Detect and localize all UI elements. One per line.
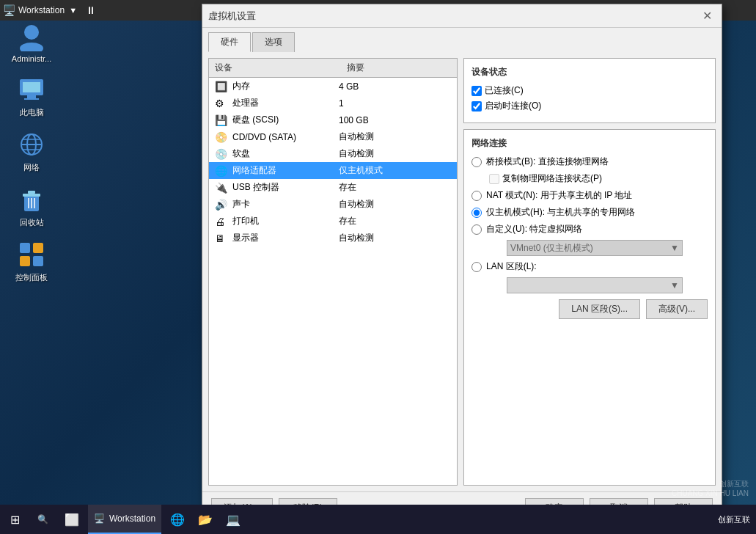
taskbar-right: 创新互联 xyxy=(712,514,756,525)
tab-hardware[interactable]: 硬件 xyxy=(208,32,251,52)
hdd-icon: 💾 xyxy=(215,114,230,126)
memory-summary: 4 GB xyxy=(339,81,451,92)
device-item-cddvd[interactable]: 📀 CD/DVD (SATA) 自动检测 xyxy=(209,128,457,145)
network-adapter-summary: 仅主机模式 xyxy=(339,164,451,177)
svg-rect-3 xyxy=(23,82,40,92)
desktop-icon-network[interactable]: 网络 xyxy=(6,130,57,173)
start-button[interactable]: ⊞ xyxy=(0,505,29,534)
device-item-floppy[interactable]: 💿 软盘 自动检测 xyxy=(209,145,457,162)
taskbar-time: 创新互联 xyxy=(718,514,750,525)
display-icon: 🖥 xyxy=(215,233,230,244)
sound-summary: 自动检测 xyxy=(339,198,451,211)
device-item-display[interactable]: 🖥 显示器 自动检测 xyxy=(209,230,457,246)
lan-dropdown[interactable]: ▼ xyxy=(507,277,683,293)
host-only-mode-radio[interactable] xyxy=(471,208,482,218)
desktop-icon-administrator[interactable]: Administr... xyxy=(6,22,57,63)
dialog-tabs: 硬件 选项 xyxy=(202,28,722,52)
svg-rect-18 xyxy=(33,243,43,253)
network-label: 网络 xyxy=(23,162,40,173)
hdd-summary: 100 GB xyxy=(339,115,451,125)
usb-summary: 存在 xyxy=(339,181,451,194)
desktop-icon-this-pc[interactable]: 此电脑 xyxy=(6,75,57,118)
hdd-name: 硬盘 (SCSI) xyxy=(232,114,339,126)
connected-checkbox[interactable] xyxy=(471,86,482,96)
watermark-line2: CHUANG XIN HU LIAN xyxy=(672,489,749,497)
vmnet-dropdown-row: VMnet0 (仅主机模式) ▼ xyxy=(489,240,708,256)
replicate-network-checkbox[interactable] xyxy=(489,174,499,184)
nat-mode-row: NAT 模式(N): 用于共享主机的 IP 地址 xyxy=(471,189,708,202)
cddvd-icon: 📀 xyxy=(215,131,230,143)
nat-mode-radio[interactable] xyxy=(471,191,482,201)
recycle-bin-label: 回收站 xyxy=(20,217,44,228)
desktop-icon-control-panel[interactable]: 控制面板 xyxy=(6,240,57,283)
device-item-sound[interactable]: 🔊 声卡 自动检测 xyxy=(209,196,457,213)
desktop-icon-recycle-bin[interactable]: 回收站 xyxy=(6,185,57,228)
sound-icon: 🔊 xyxy=(215,199,230,211)
taskbar-icon-multitasking[interactable]: ⬜ xyxy=(59,505,85,534)
display-summary: 自动检测 xyxy=(339,232,451,244)
custom-mode-radio[interactable] xyxy=(471,224,482,235)
lan-dropdown-row: ▼ xyxy=(489,277,708,293)
device-status-title: 设备状态 xyxy=(471,66,708,78)
device-col-header: 设备 xyxy=(215,62,347,74)
device-item-printer[interactable]: 🖨 打印机 存在 xyxy=(209,213,457,230)
dropdown-arrow[interactable]: ▼ xyxy=(69,6,77,15)
search-button[interactable]: 🔍 xyxy=(29,505,56,534)
device-item-cpu[interactable]: ⚙ 处理器 1 xyxy=(209,95,457,111)
floppy-name: 软盘 xyxy=(232,147,339,160)
usb-name: USB 控制器 xyxy=(232,181,339,194)
svg-point-0 xyxy=(24,25,39,40)
svg-rect-5 xyxy=(24,98,39,100)
device-item-hdd[interactable]: 💾 硬盘 (SCSI) 100 GB xyxy=(209,111,457,128)
network-panel-buttons: LAN 区段(S)... 高级(V)... xyxy=(471,299,708,319)
cpu-name: 处理器 xyxy=(232,97,339,109)
svg-rect-19 xyxy=(20,256,30,266)
this-pc-icon xyxy=(17,75,46,104)
bridge-mode-radio[interactable] xyxy=(471,157,482,167)
control-panel-label: 控制面板 xyxy=(15,272,48,283)
recycle-bin-icon xyxy=(17,185,46,214)
bridge-mode-label: 桥接模式(B): 直接连接物理网络 xyxy=(486,156,609,168)
lan-segment-radio[interactable] xyxy=(471,262,482,272)
device-list-body: 🔲 内存 4 GB ⚙ 处理器 1 💾 硬盘 (SCSI) 100 GB xyxy=(209,78,457,485)
usb-icon: 🔌 xyxy=(215,182,230,194)
advanced-button[interactable]: 高级(V)... xyxy=(646,299,708,319)
host-only-mode-row: 仅主机模式(H): 与主机共享的专用网络 xyxy=(471,206,708,219)
administrator-label: Administr... xyxy=(12,54,51,63)
printer-icon: 🖨 xyxy=(215,216,230,227)
device-item-usb[interactable]: 🔌 USB 控制器 存在 xyxy=(209,179,457,196)
device-item-memory[interactable]: 🔲 内存 4 GB xyxy=(209,78,457,95)
dialog-main-content: 设备 摘要 🔲 内存 4 GB ⚙ 处理器 1 xyxy=(202,52,722,491)
device-list: 设备 摘要 🔲 内存 4 GB ⚙ 处理器 1 xyxy=(208,58,458,486)
lan-segment-button[interactable]: LAN 区段(S)... xyxy=(559,299,640,319)
floppy-summary: 自动检测 xyxy=(339,147,451,160)
taskbar-explorer-icon[interactable]: 📂 xyxy=(192,505,219,534)
this-pc-label: 此电脑 xyxy=(20,107,44,118)
taskbar-ie-icon[interactable]: 🌐 xyxy=(164,505,191,534)
watermark-line1: 创新互联 xyxy=(672,479,749,489)
replicate-network-label: 复制物理网络连接状态(P) xyxy=(502,172,602,185)
taskbar-icons: ⬜ xyxy=(56,505,88,534)
lan-segment-row: LAN 区段(L): xyxy=(471,260,708,273)
connected-label: 已连接(C) xyxy=(485,84,524,97)
floppy-icon: 💿 xyxy=(215,148,230,160)
taskbar-vmware-app[interactable]: 🖥️ Workstation xyxy=(88,505,161,534)
vmnet-value: VMnet0 (仅主机模式) xyxy=(510,242,593,255)
vm-settings-dialog: 虚拟机设置 ✕ 硬件 选项 设备 摘要 🔲 内存 4 GB xyxy=(202,4,722,524)
device-item-network-adapter[interactable]: 🌐 网络适配器 仅主机模式 xyxy=(209,162,457,179)
dialog-close-button[interactable]: ✕ xyxy=(698,7,716,25)
connect-on-start-checkbox-row: 启动时连接(O) xyxy=(471,100,708,112)
cpu-summary: 1 xyxy=(339,98,451,109)
connect-on-start-checkbox[interactable] xyxy=(471,101,482,111)
svg-rect-20 xyxy=(33,256,43,266)
printer-summary: 存在 xyxy=(339,215,451,227)
control-panel-icon xyxy=(17,240,46,269)
memory-icon: 🔲 xyxy=(215,81,230,92)
pause-icon[interactable]: ⏸ xyxy=(86,4,96,16)
taskbar-cmd-icon[interactable]: 💻 xyxy=(220,505,246,534)
replicate-network-row: 复制物理网络连接状态(P) xyxy=(489,172,708,185)
watermark: 创新互联 CHUANG XIN HU LIAN xyxy=(672,479,749,497)
tab-options[interactable]: 选项 xyxy=(252,32,295,52)
cpu-icon: ⚙ xyxy=(215,98,230,109)
vmnet-dropdown[interactable]: VMnet0 (仅主机模式) ▼ xyxy=(507,240,683,256)
